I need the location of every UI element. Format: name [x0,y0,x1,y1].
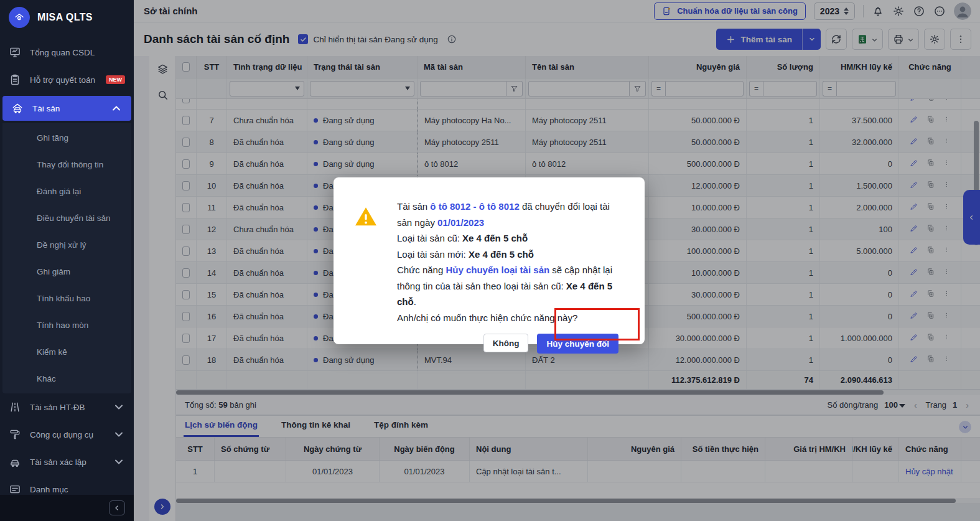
sidebar-item-label: Công cụ dụng cụ [30,430,104,439]
sidebar-subitem-ghi-giam[interactable]: Ghi giảm [2,258,131,285]
sidebar-item-tai-san-xac-lap[interactable]: Tài sản xác lập [0,448,134,476]
sidebar-item-tong-quan-csdl[interactable]: Tổng quan CSDL [0,39,134,66]
sidebar-item-label: Tài sản HT-ĐB [30,403,104,412]
sidebar-item-cong-cu-dung-cu[interactable]: Công cụ dụng cụ [0,421,134,448]
monitor-icon [9,46,21,59]
sidebar-item-danh-muc[interactable]: Danh mục [0,476,134,495]
sidebar-item-label: Tài sản [32,104,101,113]
car-icon [9,456,21,468]
sidebar-item-label: Tổng quan CSDL [30,48,125,57]
dialog-message-line: Loại tài sản cũ: Xe 4 đến 5 chỗ [397,230,627,246]
sidebar-subitem-khac[interactable]: Khác [2,365,131,392]
app-logo[interactable]: MISA QLTS [0,0,134,35]
sidebar-subitem-label: Kiểm kê [37,347,67,357]
sidebar-item-label: Tài sản xác lập [30,458,104,467]
dialog-link[interactable]: 01/01/2023 [437,217,484,228]
list-icon [9,483,21,495]
chevron-down-icon [113,401,125,413]
sidebar-subitem-label: Điều chuyển tài sản [37,214,111,223]
annotation-highlight-box [554,308,640,340]
sidebar-item-ho-tro-quyet-toan[interactable]: Hỗ trợ quyết toánNEW [0,66,134,93]
new-badge: NEW [106,75,125,84]
sidebar-subitem-ghi-tang[interactable]: Ghi tăng [2,124,131,151]
dialog-text: Xe 4 đến 5 chỗ [462,233,528,243]
sidebar-subitem-de-nghi-xu-ly[interactable]: Đề nghị xử lý [2,232,131,258]
sidebar-item-label: Hỗ trợ quyết toán [30,75,97,85]
sidebar: MISA QLTS Tổng quan CSDLHỗ trợ quyết toá… [0,0,134,521]
sidebar-subitem-tinh-hao-mon[interactable]: Tính hao mòn [2,312,131,339]
dialog-link[interactable]: ô tô 8012 - ô tô 8012 [430,201,519,212]
dialog-text: Xe 4 đến 5 chỗ [469,249,534,260]
dialog-message-line: Tài sản ô tô 8012 - ô tô 8012 đã chuyển … [397,199,627,230]
dialog-text: Loại tài sản mới: [397,249,469,260]
sidebar-footer [0,495,134,521]
sidebar-subitem-label: Đánh giá lại [37,187,81,196]
sidebar-subitem-label: Khác [37,374,56,383]
road-icon [9,401,21,413]
asset-icon [11,102,24,115]
cancel-button[interactable]: Không [483,334,529,352]
sidebar-submenu: Ghi tăngThay đổi thông tinĐánh giá lạiĐi… [2,123,131,393]
sidebar-subitem-label: Đề nghị xử lý [37,240,86,250]
sidebar-nav: Tổng quan CSDLHỗ trợ quyết toánNEWTài sả… [0,35,134,495]
dialog-message-line: Loại tài sản mới: Xe 4 đến 5 chỗ [397,246,627,263]
sidebar-subitem-label: Tính khấu hao [37,294,90,303]
misa-qlts-app: MISA QLTS Tổng quan CSDLHỗ trợ quyết toá… [0,0,980,521]
dialog-text: Chức năng [397,265,446,275]
logo-icon [9,7,30,28]
app-title: MISA QLTS [37,12,93,23]
sidebar-subitem-kiem-ke[interactable]: Kiểm kê [2,339,131,365]
sidebar-subitem-tinh-khau-hao[interactable]: Tính khấu hao [2,285,131,312]
chevron-up-icon [110,102,123,115]
sidebar-subitem-danh-gia-lai[interactable]: Đánh giá lại [2,178,131,205]
dialog-text: Tài sản [397,201,430,212]
sidebar-subitem-label: Ghi tăng [37,133,68,143]
sidebar-item-tai-san[interactable]: Tài sản [2,96,131,121]
roller-icon [9,428,21,441]
dialog-text: . [414,296,416,307]
clipboard-icon [9,73,21,86]
sidebar-item-label: Danh mục [30,485,125,494]
sidebar-subitem-dieu-chuyen-tai-san[interactable]: Điều chuyển tài sản [2,205,131,232]
chevron-down-icon [113,428,125,441]
sidebar-subitem-label: Tính hao mòn [37,321,88,330]
sidebar-subitem-label: Ghi giảm [37,267,70,276]
sidebar-subitem-thay-doi-thong-tin[interactable]: Thay đổi thông tin [2,151,131,178]
sidebar-subitem-label: Thay đổi thông tin [37,160,103,169]
dialog-message-line: Chức năng Hủy chuyển loại tài sản sẽ cập… [397,262,627,310]
chevron-down-icon [113,456,125,468]
dialog-message: Tài sản ô tô 8012 - ô tô 8012 đã chuyển … [397,199,627,326]
dialog-text: Loại tài sản cũ: [397,233,462,243]
sidebar-item-tai-san-ht-db[interactable]: Tài sản HT-ĐB [0,393,134,421]
dialog-link[interactable]: Hủy chuyển loại tài sản [446,265,549,275]
dialog-text: Anh/chị có muốn thực hiện chức năng này? [397,312,577,323]
warning-icon [353,205,378,230]
sidebar-collapse-button[interactable] [109,500,125,515]
